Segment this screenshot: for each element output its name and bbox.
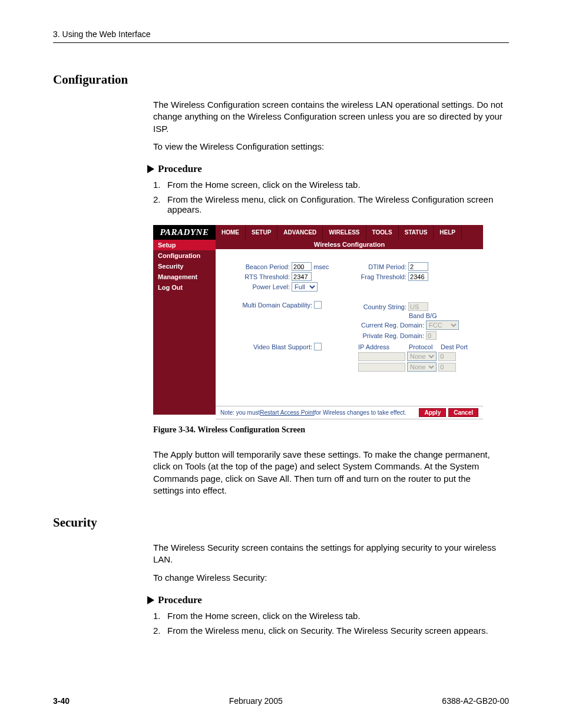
input-dport2: [438, 363, 456, 372]
figure-caption: Figure 3-34. Wireless Configuration Scre…: [153, 425, 503, 435]
label-dtim: DTIM Period:: [348, 263, 406, 270]
list-item: 2.From the Wireless menu, click on Secur…: [153, 626, 503, 636]
input-ip2: [358, 363, 405, 372]
unit-msec: msec: [313, 263, 329, 270]
paragraph: The Apply button will temporarily save t…: [153, 449, 503, 497]
label-beacon: Beacon Period:: [224, 263, 290, 270]
procedure-heading: Procedure: [158, 594, 202, 606]
sidebar-item-security[interactable]: Security: [153, 261, 216, 272]
triangle-icon: [147, 165, 154, 173]
apply-button[interactable]: Apply: [419, 408, 446, 417]
header-rule: [53, 42, 509, 43]
label-country: Country String:: [348, 303, 406, 310]
paragraph: The Wireless Security screen contains th…: [153, 542, 503, 566]
label-rts: RTS Threshold:: [224, 273, 290, 280]
brand-logo: PARADYNE: [153, 225, 216, 240]
input-country: [408, 302, 428, 311]
list-item: 1.From the Home screen, click on the Wir…: [153, 180, 503, 190]
footer-docid: 6388-A2-GB20-00: [442, 696, 509, 706]
page-number: 3-40: [53, 696, 70, 706]
col-ip: IP Address: [358, 343, 409, 350]
paragraph: The Wireless Configuration screen contai…: [153, 99, 503, 135]
note-bar: Note: you must Restart Access Point for …: [216, 406, 483, 419]
sidebar: Setup Configuration Security Management …: [153, 240, 216, 415]
sidebar-item-management[interactable]: Management: [153, 272, 216, 282]
heading-security: Security: [53, 515, 509, 530]
label-privreg: Private Reg. Domain:: [348, 332, 424, 339]
triangle-icon: [147, 596, 154, 604]
running-header: 3. Using the Web Interface: [53, 29, 509, 39]
checkbox-multidomain[interactable]: [314, 301, 322, 309]
main-panel: Wireless Configuration Beacon Period: ms…: [216, 240, 483, 419]
label-frag: Frag Threshold:: [348, 273, 406, 280]
procedure-heading: Procedure: [158, 163, 202, 175]
tab-tools[interactable]: TOOLS: [366, 225, 399, 240]
list-item: 2.From the Wireless menu, click on Confi…: [153, 194, 503, 214]
input-rts[interactable]: [292, 272, 312, 281]
tab-status[interactable]: STATUS: [399, 225, 434, 240]
select-power[interactable]: Full: [292, 282, 318, 292]
select-proto1: None: [407, 352, 437, 361]
input-privreg: [426, 331, 437, 340]
sidebar-section-setup: Setup: [153, 240, 216, 250]
tab-bar: PARADYNE HOME SETUP ADVANCED WIRELESS TO…: [153, 225, 483, 240]
paragraph: To change Wireless Security:: [153, 572, 503, 584]
input-frag[interactable]: [408, 272, 428, 281]
label-videoblast: Video Blast Support:: [224, 343, 312, 350]
checkbox-videoblast[interactable]: [314, 343, 322, 350]
label-curreg: Current Reg. Domain:: [348, 322, 424, 329]
footer-date: February 2005: [229, 696, 283, 706]
tab-advanced[interactable]: ADVANCED: [277, 225, 323, 240]
input-ip1: [358, 352, 405, 361]
col-protocol: Protocol: [409, 343, 441, 350]
label-power: Power Level:: [224, 283, 290, 290]
figure-wireless-config: PARADYNE HOME SETUP ADVANCED WIRELESS TO…: [153, 225, 483, 419]
label-multidomain: Multi Domain Capability:: [224, 302, 312, 309]
heading-configuration: Configuration: [53, 72, 509, 87]
input-beacon[interactable]: [292, 262, 312, 271]
select-curreg: FCC: [426, 320, 459, 330]
label-band: Band B/G: [409, 312, 437, 319]
cancel-button[interactable]: Cancel: [448, 408, 478, 417]
input-dport1: [438, 352, 456, 361]
page-footer: 3-40 February 2005 6388-A2-GB20-00: [53, 696, 509, 706]
panel-title: Wireless Configuration: [216, 240, 483, 249]
select-proto2: None: [407, 362, 437, 372]
tab-help[interactable]: HELP: [434, 225, 462, 240]
restart-link[interactable]: Restart Access Point: [260, 409, 314, 416]
sidebar-item-configuration[interactable]: Configuration: [153, 250, 216, 261]
input-dtim[interactable]: [408, 262, 428, 271]
paragraph: To view the Wireless Configuration setti…: [153, 141, 503, 153]
sidebar-item-logout[interactable]: Log Out: [153, 282, 216, 293]
procedure-steps: 1.From the Home screen, click on the Wir…: [153, 180, 503, 214]
list-item: 1.From the Home screen, click on the Wir…: [153, 611, 503, 621]
tab-setup[interactable]: SETUP: [246, 225, 277, 240]
tab-wireless[interactable]: WIRELESS: [323, 225, 366, 240]
tab-home[interactable]: HOME: [216, 225, 246, 240]
procedure-steps: 1.From the Home screen, click on the Wir…: [153, 611, 503, 636]
col-destport: Dest Port: [441, 343, 468, 350]
